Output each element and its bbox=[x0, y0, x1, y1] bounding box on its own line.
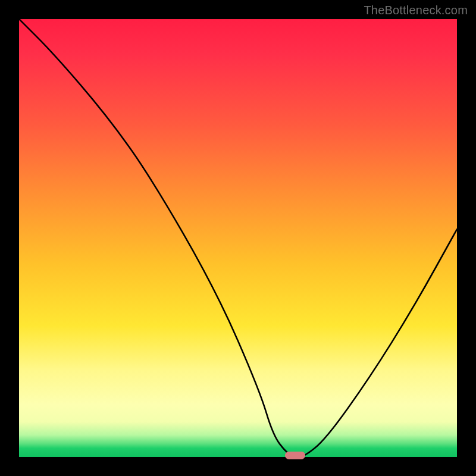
chart-frame: TheBottleneck.com bbox=[0, 0, 476, 476]
watermark-text: TheBottleneck.com bbox=[364, 4, 468, 17]
plot-area bbox=[19, 19, 457, 457]
bottleneck-curve bbox=[19, 19, 457, 457]
optimal-marker bbox=[285, 452, 305, 459]
